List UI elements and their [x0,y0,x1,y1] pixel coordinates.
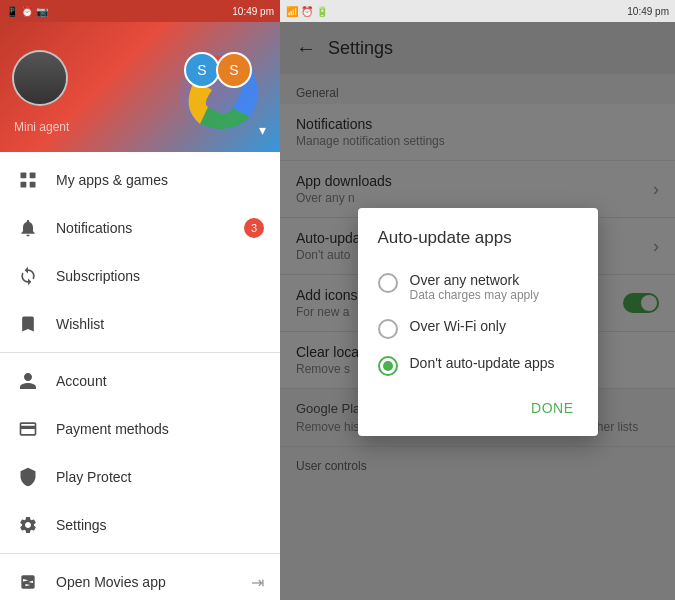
sidebar-item-protect[interactable]: Play Protect [0,453,280,501]
drawer-header: S S Mini agent ▾ [0,22,280,152]
drawer-menu: My apps & games Notifications 3 Subscrip… [0,152,280,600]
account-dropdown-arrow[interactable]: ▾ [259,122,266,138]
done-button[interactable]: DONE [519,392,585,424]
account-icon-2[interactable]: S [216,52,252,88]
sidebar-item-movies[interactable]: Open Movies app ⇥ [0,558,280,600]
sidebar-item-wishlist[interactable]: Wishlist [0,300,280,348]
sidebar-item-account[interactable]: Account [0,357,280,405]
my-apps-label: My apps & games [56,172,264,188]
divider-2 [0,553,280,554]
film-icon [16,570,40,594]
account-icon-1[interactable]: S [184,52,220,88]
over-any-network-sublabel: Data charges may apply [410,288,578,302]
avatar [12,50,68,106]
notifications-badge: 3 [244,218,264,238]
dont-auto-update-label: Don't auto-update apps [410,355,578,371]
left-status-icons: 📱 ⏰ 📷 [6,6,48,17]
right-status-icons: 📶 ⏰ 🔋 [286,6,328,17]
person-icon [16,369,40,393]
wishlist-label: Wishlist [56,316,264,332]
radio-dont-auto-update[interactable]: Don't auto-update apps [358,347,598,384]
user-name-label: Mini agent [14,120,69,134]
modal-title: Auto-update apps [358,228,598,264]
svg-rect-1 [30,173,36,179]
shield-icon [16,465,40,489]
radio-dont-auto-update-indicator [378,356,398,376]
svg-rect-0 [21,173,27,179]
movies-arrow-icon: ⇥ [251,573,264,592]
sidebar-item-settings[interactable]: Settings [0,501,280,549]
over-any-network-label: Over any network [410,272,578,288]
sidebar-item-my-apps[interactable]: My apps & games [0,156,280,204]
account-label: Account [56,373,264,389]
settings-panel: ← Settings General Notifications Manage … [280,22,675,600]
radio-over-any-network-indicator [378,273,398,293]
bookmark-icon [16,312,40,336]
subscriptions-label: Subscriptions [56,268,264,284]
refresh-icon [16,264,40,288]
radio-over-wifi-indicator [378,319,398,339]
modal-overlay[interactable]: Auto-update apps Over any network Data c… [280,22,675,600]
radio-over-any-network[interactable]: Over any network Data charges may apply [358,264,598,310]
settings-icon [16,513,40,537]
grid-icon [16,168,40,192]
notifications-label: Notifications [56,220,228,236]
right-time: 10:49 pm [627,6,669,17]
sidebar-item-notifications[interactable]: Notifications 3 [0,204,280,252]
sidebar-item-subscriptions[interactable]: Subscriptions [0,252,280,300]
settings-label: Settings [56,517,264,533]
bell-icon [16,216,40,240]
svg-rect-2 [21,182,27,188]
movies-label: Open Movies app [56,574,235,590]
over-wifi-label: Over Wi-Fi only [410,318,578,334]
svg-rect-3 [30,182,36,188]
left-time: 10:49 pm [232,6,274,17]
status-bar: 📱 ⏰ 📷 10:49 pm 📶 ⏰ 🔋 10:49 pm [0,0,675,22]
protect-label: Play Protect [56,469,264,485]
divider-1 [0,352,280,353]
modal-actions: DONE [358,384,598,428]
sidebar-item-payment[interactable]: Payment methods [0,405,280,453]
navigation-drawer: S S Mini agent ▾ My apps & games No [0,22,280,600]
auto-update-dialog: Auto-update apps Over any network Data c… [358,208,598,436]
status-bar-left: 📱 ⏰ 📷 10:49 pm [0,0,280,22]
credit-card-icon [16,417,40,441]
payment-label: Payment methods [56,421,264,437]
status-bar-right: 📶 ⏰ 🔋 10:49 pm [280,0,675,22]
radio-over-wifi-only[interactable]: Over Wi-Fi only [358,310,598,347]
